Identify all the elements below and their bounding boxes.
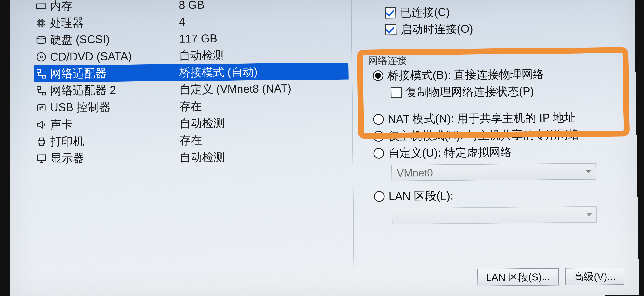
bridge-mode-radio[interactable]: 桥接模式(B): 直接连接物理网络 <box>372 65 628 84</box>
svg-rect-8 <box>42 92 46 95</box>
custom-network-combo[interactable]: VMnet0 <box>392 163 596 181</box>
hw-name: 显示器 <box>50 150 180 166</box>
hw-row-hdd[interactable]: 硬盘 (SCSI) 117 GB <box>34 29 348 48</box>
hw-value: 自动检测 <box>179 115 224 131</box>
pane-divider <box>351 0 354 286</box>
nat-mode-radio[interactable]: NAT 模式(N): 用于共享主机的 IP 地址 <box>373 109 628 128</box>
button-label: LAN 区段(S)... <box>486 270 550 285</box>
hdd-icon <box>34 32 48 47</box>
hw-value: 桥接模式 (自动) <box>179 64 258 80</box>
svg-rect-1 <box>38 20 44 26</box>
svg-rect-11 <box>40 138 43 140</box>
svg-rect-0 <box>36 4 46 8</box>
svg-point-3 <box>37 53 46 61</box>
button-label: 高级(V)... <box>574 270 616 284</box>
svg-rect-2 <box>40 21 43 24</box>
svg-rect-6 <box>42 75 46 78</box>
connected-label: 已连接(C) <box>400 5 450 20</box>
svg-point-4 <box>40 56 42 58</box>
speaker-icon <box>34 117 48 132</box>
radio-icon <box>373 131 384 142</box>
hw-row-printer[interactable]: 打印机 存在 <box>34 130 349 150</box>
hw-value: 8 GB <box>179 0 204 11</box>
cpu-icon <box>34 15 48 30</box>
hw-name: CD/DVD (SATA) <box>50 49 179 63</box>
bridge-mode-label: 桥接模式(B): 直接连接物理网络 <box>387 67 544 83</box>
hw-name: 硬盘 (SCSI) <box>50 31 179 47</box>
lan-segment-radio[interactable]: LAN 区段(L): <box>374 186 630 205</box>
connect-at-poweron-label: 启动时连接(O) <box>400 21 473 37</box>
custom-label: 自定义(U): 特定虚拟网络 <box>388 144 512 161</box>
hw-name: USB 控制器 <box>50 99 179 115</box>
hw-row-sound[interactable]: 声卡 自动检测 <box>34 113 349 133</box>
disc-icon <box>34 49 48 64</box>
hw-value: 存在 <box>180 133 202 148</box>
hw-value: 自定义 (VMnet8 (NAT) <box>179 81 292 97</box>
hw-name: 声卡 <box>50 116 180 132</box>
radio-icon <box>374 191 385 202</box>
checkbox-icon <box>385 24 396 35</box>
checkbox-icon <box>390 87 402 98</box>
replicate-state-checkbox[interactable]: 复制物理网络连接状态(P) <box>390 82 628 101</box>
settings-pane: 已连接(C) 启动时连接(O) 网络连接 桥接模式(B): 直接连接物理网络 复… <box>361 0 630 225</box>
group-title: 网络连接 <box>366 54 409 67</box>
svg-rect-5 <box>37 69 40 72</box>
chevron-down-icon <box>586 170 592 173</box>
hw-name: 处理器 <box>50 14 179 30</box>
hw-row-usb[interactable]: USB 控制器 存在 <box>34 96 349 116</box>
lan-segment-combo[interactable] <box>392 206 597 224</box>
hw-row-cpu[interactable]: 处理器 4 <box>34 12 348 31</box>
monitor-icon <box>34 151 49 166</box>
lan-segment-label: LAN 区段(L): <box>388 188 454 204</box>
hardware-list: 内存 8 GB 处理器 4 硬盘 (SCSI) 117 GB CD/DVD (S… <box>34 0 349 167</box>
connected-checkbox-row[interactable]: 已连接(C) <box>385 2 627 21</box>
lan-segments-button[interactable]: LAN 区段(S)... <box>477 268 559 286</box>
svg-rect-13 <box>37 155 46 161</box>
hw-name: 打印机 <box>50 133 180 149</box>
connect-at-poweron-checkbox-row[interactable]: 启动时连接(O) <box>385 19 627 38</box>
radio-icon <box>373 70 384 81</box>
hw-name: 网络适配器 <box>50 65 179 81</box>
network-icon <box>34 66 48 81</box>
svg-rect-9 <box>38 104 45 111</box>
advanced-button[interactable]: 高级(V)... <box>565 268 624 285</box>
hw-value: 存在 <box>179 99 202 114</box>
checkbox-icon <box>385 7 396 18</box>
hostonly-mode-radio[interactable]: 仅主机模式(H): 与主机共享的专用网络 <box>373 126 628 145</box>
custom-mode-radio[interactable]: 自定义(U): 特定虚拟网络 <box>373 143 629 162</box>
hostonly-label: 仅主机模式(H): 与主机共享的专用网络 <box>388 127 580 144</box>
hw-value: 自动检测 <box>179 48 224 63</box>
hw-value: 117 GB <box>179 32 217 45</box>
hw-name: 内存 <box>50 0 179 13</box>
network-connection-group: 网络连接 桥接模式(B): 直接连接物理网络 复制物理网络连接状态(P) NAT… <box>361 58 630 225</box>
radio-icon <box>373 148 384 159</box>
hw-row-network-adapter[interactable]: 网络适配器 桥接模式 (自动) <box>34 63 348 82</box>
hw-value: 4 <box>179 15 185 28</box>
memory-icon <box>34 0 48 13</box>
hw-row-display[interactable]: 显示器 自动检测 <box>34 147 349 167</box>
replicate-label: 复制物理网络连接状态(P) <box>406 84 534 100</box>
radio-icon <box>373 114 384 125</box>
hw-name: 网络适配器 2 <box>50 82 179 98</box>
nat-mode-label: NAT 模式(N): 用于共享主机的 IP 地址 <box>388 110 576 127</box>
combo-value: VMnet0 <box>397 167 433 179</box>
chevron-down-icon <box>586 213 592 217</box>
hw-row-network-adapter-2[interactable]: 网络适配器 2 自定义 (VMnet8 (NAT) <box>34 79 349 99</box>
hw-row-cddvd[interactable]: CD/DVD (SATA) 自动检测 <box>34 46 348 65</box>
svg-rect-7 <box>37 86 40 89</box>
svg-rect-10 <box>38 140 45 144</box>
network-icon <box>34 83 48 98</box>
printer-icon <box>34 134 49 149</box>
usb-icon <box>34 100 48 115</box>
hw-value: 自动检测 <box>180 149 225 165</box>
